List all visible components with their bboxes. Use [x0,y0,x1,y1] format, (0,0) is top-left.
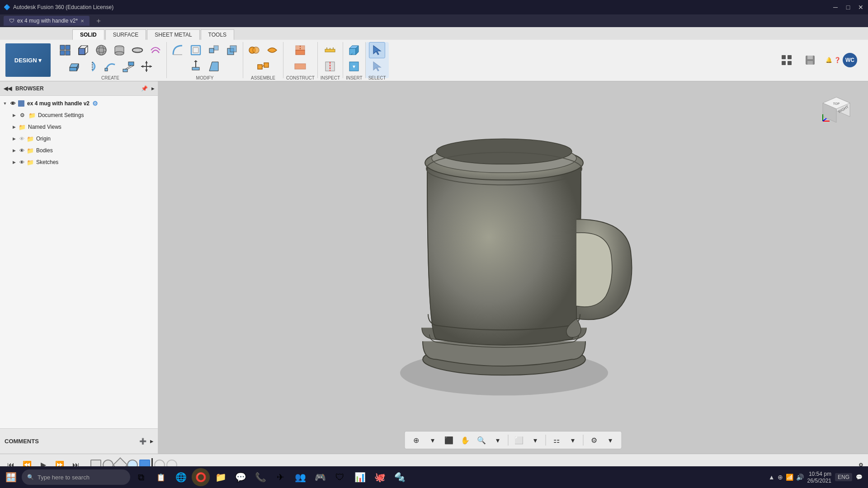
coil-tool-icon[interactable] [147,42,164,58]
motion-link-icon[interactable] [264,42,280,58]
bodies-visibility-icon[interactable]: 👁 [18,147,25,154]
box-tool-icon[interactable] [75,42,91,58]
view-cube-icon[interactable]: ⬜ [512,433,526,447]
taskbar-antivirus-icon[interactable]: 🛡 [331,468,349,486]
fillet-icon[interactable] [170,42,186,58]
insert-canvas-icon[interactable]: ▼ [346,58,362,75]
grid-dropdown-icon[interactable]: ▾ [604,433,617,447]
minimize-button[interactable]: ─ [832,4,839,11]
origin-visibility-icon[interactable]: 👁 [18,135,25,142]
zoom-icon[interactable]: 🔍 [475,433,488,447]
taskbar-freecad-icon[interactable]: 🔩 [391,468,409,486]
notification-center-icon[interactable]: 💬 [856,474,863,480]
taskbar-whatsapp-icon[interactable]: 💬 [231,468,250,486]
insert-mesh-icon[interactable] [346,42,362,58]
svg-rect-41 [192,67,199,70]
browser-expand-icon[interactable]: ▸ [151,85,154,92]
taskbar-app-taskview[interactable]: 📋 [152,468,170,486]
viewport[interactable]: RIGHT TOP ⊕ ▾ ⬛ ✋ 🔍 ▾ ⬜ ▾ [158,81,868,454]
zoom-dropdown-icon[interactable]: ▾ [491,433,505,447]
tree-doc-settings[interactable]: ▶ ⚙ 📁 Document Settings [0,109,158,121]
tray-arrow-icon[interactable]: ▲ [769,474,775,481]
tab-solid[interactable]: SOLID [72,29,104,40]
display-dropdown-icon[interactable]: ▾ [566,433,580,447]
tray-volume-icon[interactable]: 🔊 [796,474,804,481]
tray-wifi-icon[interactable]: 📶 [786,474,793,481]
extrude-tool-icon[interactable] [66,58,82,75]
look-at-icon[interactable]: ⬛ [442,433,456,447]
start-menu-button[interactable]: 🪟 [2,468,20,486]
taskbar-telegram-icon[interactable]: ✈ [271,468,289,486]
loft-tool-icon[interactable] [120,58,137,75]
taskbar-github-icon[interactable]: 🐙 [371,468,389,486]
grid-settings-icon[interactable]: ⚙ [587,433,601,447]
section-analysis-icon[interactable] [322,58,338,75]
tab-close-icon[interactable]: ✕ [80,19,84,23]
browser-header: ◀◀ BROWSER 📌 ▸ [0,81,158,96]
design-button[interactable]: DESIGN ▾ [5,43,51,77]
scale-icon[interactable] [206,42,222,58]
tab-surface[interactable]: SURFACE [105,29,146,40]
revolve-tool-icon[interactable] [84,58,100,75]
tree-named-views[interactable]: ▶ 📁 Named Views [0,121,158,133]
sphere-tool-icon[interactable] [93,42,109,58]
torus-tool-icon[interactable] [129,42,146,58]
taskbar-smartsheet-icon[interactable]: 📊 [351,468,369,486]
midplane-icon[interactable] [292,58,308,75]
offset-plane-icon[interactable] [292,42,308,58]
move-tool-icon[interactable] [138,58,155,75]
comments-expand-icon[interactable]: ▸ [150,438,153,445]
select-icon[interactable] [369,42,385,58]
nav-cube[interactable]: RIGHT TOP [818,90,854,127]
browser-pin-icon[interactable]: 📌 [141,85,148,92]
taskbar-discord-icon[interactable]: 🎮 [311,468,329,486]
joint-icon[interactable] [246,42,262,58]
root-visibility-icon[interactable]: 👁 [9,100,16,107]
task-view-button[interactable]: ⧉ [132,468,150,486]
file-tab[interactable]: 🛡 ex 4 mug with handle v2* ✕ [4,16,90,26]
cylinder-tool-icon[interactable] [111,42,127,58]
tree-origin[interactable]: ▶ 👁 📁 Origin [0,133,158,145]
combine-icon[interactable] [224,42,240,58]
help-icon[interactable]: ❓ [834,57,841,63]
notification-icon[interactable]: 🔔 [826,57,832,63]
rigid-group-icon[interactable] [255,58,271,75]
tab-tools[interactable]: TOOLS [201,29,234,40]
user-avatar[interactable]: WC [843,53,857,67]
taskbar-chrome-icon[interactable]: ⭕ [192,468,210,486]
grid-icon[interactable] [778,52,795,68]
close-button[interactable]: ✕ [857,4,864,11]
new-component-icon[interactable] [57,42,73,58]
pan-icon[interactable]: ✋ [458,433,472,447]
save-icon[interactable] [802,52,818,68]
chamfer-icon[interactable] [206,58,222,75]
orbit-icon[interactable]: ⊕ [410,433,423,447]
add-tab-button[interactable]: ＋ [91,16,106,26]
language-indicator[interactable]: ENG [835,473,852,481]
sketches-visibility-icon[interactable]: 👁 [18,159,25,166]
search-bar[interactable]: 🔍 Type here to search [22,469,130,485]
taskbar-files-icon[interactable]: 📁 [212,468,230,486]
root-settings-icon[interactable]: ⚙ [92,100,98,107]
shell-icon[interactable] [188,42,204,58]
tray-network-icon[interactable]: ⊕ [778,474,783,481]
comments-add-icon[interactable]: ➕ [139,438,146,445]
display-mode-icon[interactable]: ⚏ [550,433,563,447]
tree-root-item[interactable]: ▼ 👁 ex 4 mug with handle v2 ⚙ [0,98,158,109]
clock[interactable]: 10:54 pm 26/5/2021 [807,471,831,484]
orbit-dropdown-icon[interactable]: ▾ [426,433,439,447]
view-dropdown-icon[interactable]: ▾ [528,433,542,447]
tree-bodies[interactable]: ▶ 👁 📁 Bodies [0,145,158,156]
press-pull-icon[interactable] [188,58,204,75]
sweep-tool-icon[interactable] [102,58,118,75]
taskbar-edge-icon[interactable]: 🌐 [172,468,190,486]
select-filter-icon[interactable] [369,58,385,75]
maximize-button[interactable]: □ [844,4,852,11]
taskbar-skype-icon[interactable]: 📞 [251,468,269,486]
taskbar-teams-icon[interactable]: 👥 [291,468,309,486]
tree-sketches[interactable]: ▶ 👁 📁 Sketches [0,156,158,168]
svg-rect-73 [807,61,813,65]
measure-icon[interactable] [322,42,338,58]
browser-collapse-icon[interactable]: ◀◀ [4,85,12,92]
tab-sheet-metal[interactable]: SHEET METAL [147,29,199,40]
